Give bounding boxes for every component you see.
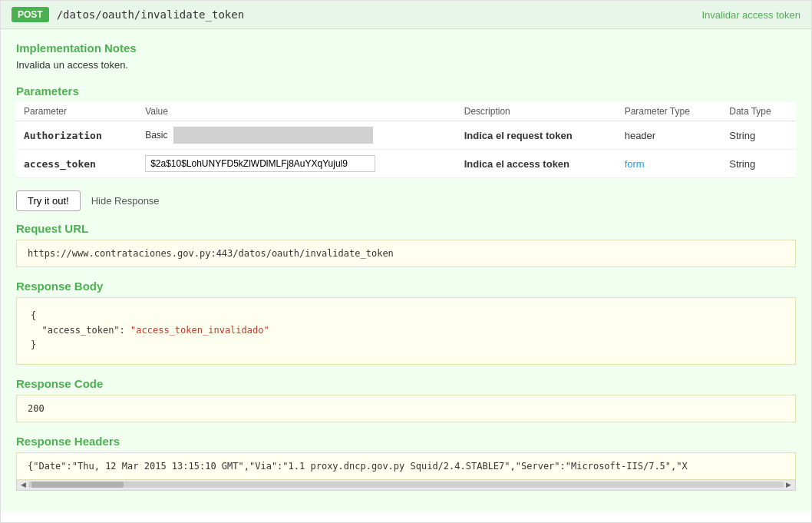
main-container: POST /datos/oauth/invalidate_token Inval…	[0, 0, 812, 523]
col-param-type: Parameter Type	[617, 102, 722, 121]
main-content: Implementation Notes Invalida un access …	[1, 29, 811, 511]
json-line-3: }	[31, 338, 781, 353]
response-headers-title: Response Headers	[16, 435, 796, 448]
col-value: Value	[137, 102, 457, 121]
access-token-input[interactable]	[145, 155, 375, 172]
auth-value-container: Basic	[145, 127, 449, 144]
scroll-right-arrow[interactable]: ▶	[784, 481, 794, 488]
horizontal-scrollbar[interactable]: ◀ ▶	[16, 480, 796, 491]
access-token-description: Indica el access token	[464, 158, 569, 170]
request-url-title: Request URL	[16, 222, 796, 235]
request-url-section: Request URL https://www.contrataciones.g…	[16, 222, 796, 267]
access-token-param-type: form	[625, 158, 645, 170]
table-row: access_token Indica el access token form…	[16, 150, 796, 178]
auth-description: Indica el request token	[464, 130, 573, 141]
access-token-data-type: String	[729, 158, 755, 170]
parameters-title: Parameters	[16, 84, 796, 98]
param-name-authorization: Authorization	[24, 130, 102, 141]
endpoint-header: POST /datos/oauth/invalidate_token Inval…	[1, 1, 811, 29]
response-code-box: 200	[16, 395, 796, 422]
endpoint-path: /datos/oauth/invalidate_token	[57, 8, 244, 21]
json-line-1: {	[31, 309, 781, 323]
response-code-section: Response Code 200	[16, 377, 796, 422]
scroll-track[interactable]	[28, 482, 784, 488]
parameters-table: Parameter Value Description Parameter Ty…	[16, 102, 796, 178]
json-line-2: "access_token": "access_token_invalidado…	[31, 323, 781, 338]
auth-data-type: String	[729, 130, 755, 141]
endpoint-title: Invalidar access token	[701, 9, 800, 21]
basic-label: Basic	[145, 130, 167, 141]
col-data-type: Data Type	[721, 102, 796, 121]
param-name-access-token: access_token	[24, 158, 96, 170]
method-badge: POST	[12, 7, 49, 22]
parameters-section: Parameters Parameter Value Description P…	[16, 84, 796, 178]
response-body-box: { "access_token": "access_token_invalida…	[16, 297, 796, 365]
response-body-section: Response Body { "access_token": "access_…	[16, 280, 796, 365]
try-it-row: Try it out! Hide Response	[16, 190, 796, 211]
scroll-left-arrow[interactable]: ◀	[18, 481, 28, 488]
authorization-input[interactable]	[173, 127, 373, 144]
impl-notes-title: Implementation Notes	[16, 41, 796, 55]
response-headers-box: {"Date":"Thu, 12 Mar 2015 13:15:10 GMT",…	[16, 452, 796, 480]
request-url-box: https://www.contrataciones.gov.py:443/da…	[16, 240, 796, 267]
auth-param-type: header	[625, 130, 655, 141]
response-body-title: Response Body	[16, 280, 796, 293]
col-description: Description	[457, 102, 617, 121]
hide-response-link[interactable]: Hide Response	[91, 195, 160, 207]
scroll-thumb[interactable]	[31, 482, 124, 488]
table-row: Authorization Basic Indica el request to…	[16, 121, 796, 150]
endpoint-left: POST /datos/oauth/invalidate_token	[12, 7, 244, 22]
response-code-title: Response Code	[16, 377, 796, 390]
response-headers-section: Response Headers {"Date":"Thu, 12 Mar 20…	[16, 435, 796, 491]
try-it-button[interactable]: Try it out!	[16, 190, 81, 211]
col-parameter: Parameter	[16, 102, 137, 121]
impl-notes-text: Invalida un access token.	[16, 59, 796, 71]
